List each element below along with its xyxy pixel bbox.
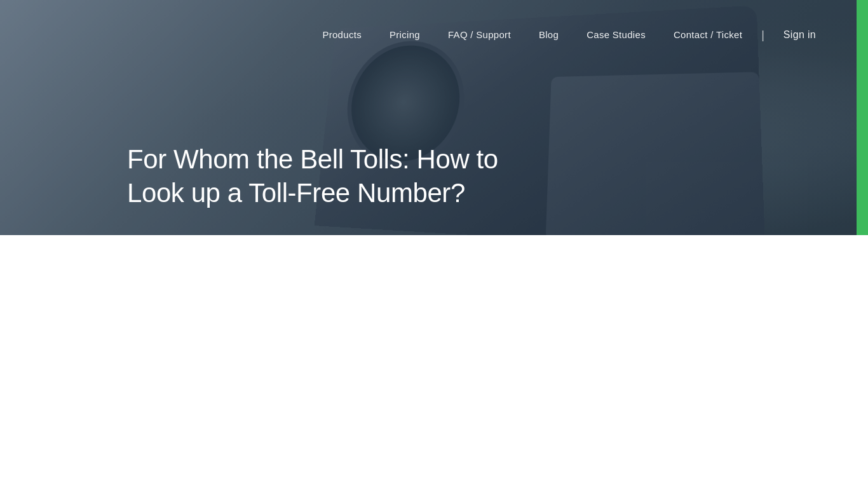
hero-section: Products Pricing FAQ / Support Blog Case… bbox=[0, 0, 868, 235]
nav-link-blog[interactable]: Blog bbox=[525, 24, 573, 45]
nav-link-contact[interactable]: Contact / Ticket bbox=[660, 24, 756, 45]
nav-links: Products Pricing FAQ / Support Blog Case… bbox=[308, 29, 830, 42]
nav-link-case-studies[interactable]: Case Studies bbox=[573, 24, 660, 45]
nav-item-contact[interactable]: Contact / Ticket bbox=[660, 29, 756, 41]
nav-item-products[interactable]: Products bbox=[308, 29, 376, 41]
nav-item-case-studies[interactable]: Case Studies bbox=[573, 29, 660, 41]
navbar: Products Pricing FAQ / Support Blog Case… bbox=[0, 0, 868, 70]
nav-item-signin[interactable]: Sign in bbox=[770, 29, 830, 41]
nav-link-pricing[interactable]: Pricing bbox=[376, 24, 434, 45]
nav-item-pricing[interactable]: Pricing bbox=[376, 29, 434, 41]
hero-title: For Whom the Bell Tolls: How to Look up … bbox=[127, 143, 521, 210]
nav-link-products[interactable]: Products bbox=[308, 24, 376, 45]
nav-divider: | bbox=[756, 29, 770, 42]
nav-item-faq[interactable]: FAQ / Support bbox=[434, 29, 525, 41]
nav-item-blog[interactable]: Blog bbox=[525, 29, 573, 41]
nav-link-faq[interactable]: FAQ / Support bbox=[434, 24, 525, 45]
nav-link-signin[interactable]: Sign in bbox=[770, 24, 830, 45]
content-area bbox=[0, 235, 868, 488]
green-accent-bar bbox=[857, 0, 868, 235]
hero-text-block: For Whom the Bell Tolls: How to Look up … bbox=[127, 143, 521, 210]
